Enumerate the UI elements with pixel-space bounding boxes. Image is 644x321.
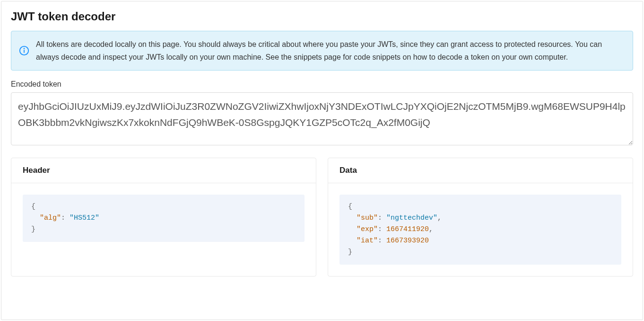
info-banner-text: All tokens are decoded locally on this p…: [36, 38, 625, 63]
info-banner: All tokens are decoded locally on this p…: [11, 31, 633, 71]
encoded-token-input[interactable]: [11, 92, 633, 145]
encoded-token-label: Encoded token: [11, 80, 633, 89]
page-title: JWT token decoder: [11, 10, 633, 23]
header-card-title: Header: [11, 158, 316, 183]
header-json: { "alg": "HS512" }: [23, 195, 305, 242]
data-card-title: Data: [328, 158, 633, 183]
svg-point-2: [24, 48, 25, 49]
decoded-cards-row: Header { "alg": "HS512" } Data { "sub": …: [11, 158, 633, 276]
data-card: Data { "sub": "ngttechdev", "exp": 16674…: [328, 158, 633, 276]
page-frame: JWT token decoder All tokens are decoded…: [1, 1, 643, 320]
info-icon: [19, 45, 29, 56]
header-card: Header { "alg": "HS512" }: [11, 158, 316, 276]
data-json: { "sub": "ngttechdev", "exp": 1667411920…: [339, 195, 621, 265]
